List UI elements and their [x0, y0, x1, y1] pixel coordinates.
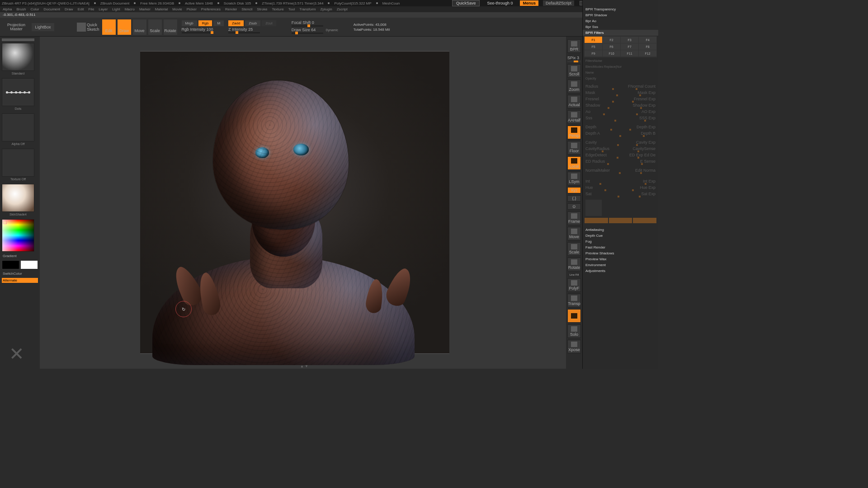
menu-stencil[interactable]: Stencil: [241, 7, 252, 11]
menu-document[interactable]: Document: [44, 7, 60, 11]
move-button[interactable]: Move: [133, 19, 146, 35]
secondary-color[interactable]: [2, 260, 19, 269]
filter-f3[interactable]: F3: [621, 37, 638, 43]
antialiasing-header[interactable]: Antialiasing: [583, 227, 658, 233]
actual-button[interactable]: Actual: [567, 95, 581, 108]
rgb-intensity-slider[interactable]: Rgb Intensity 100: [182, 27, 224, 33]
filter-slider-15[interactable]: SatSat Exp: [583, 192, 658, 196]
menu-zscript[interactable]: Zscript: [337, 7, 348, 11]
filter-f8[interactable]: F8: [639, 43, 656, 50]
frame-button[interactable]: Frame: [567, 211, 581, 225]
m-button[interactable]: M: [213, 20, 224, 26]
spix-slider[interactable]: SPix 3: [567, 56, 581, 62]
local-button[interactable]: Local: [567, 156, 581, 170]
filter-slider-2[interactable]: FresnelFresnel Exp: [583, 97, 658, 101]
floor-button[interactable]: Floor: [567, 141, 581, 155]
filter-f2[interactable]: F2: [603, 37, 620, 43]
menu-zplugin[interactable]: Zplugin: [320, 7, 332, 11]
scroll-button[interactable]: Scroll: [567, 64, 581, 78]
filter-f5[interactable]: F5: [585, 43, 602, 50]
scale-button[interactable]: Scale: [148, 19, 162, 35]
menu-tool[interactable]: Tool: [288, 7, 295, 11]
bpr-sss-header[interactable]: Bpr Sss: [583, 24, 658, 30]
transp-button[interactable]: Transp: [567, 294, 581, 307]
menu-file[interactable]: File: [88, 7, 94, 11]
filter-slider-12[interactable]: NormalMakerEdit Norma: [583, 168, 658, 173]
draw-button[interactable]: Draw: [118, 19, 131, 35]
menu-layer[interactable]: Layer: [99, 7, 108, 11]
environment-header[interactable]: Environment: [583, 262, 658, 268]
material-picker[interactable]: SkinShade4: [2, 184, 34, 212]
polyf-button[interactable]: PolyF: [567, 278, 581, 292]
menu-texture[interactable]: Texture: [272, 7, 283, 11]
draw-size-slider[interactable]: Draw Size 64 Dynamic: [292, 28, 338, 34]
menu-color[interactable]: Color: [30, 7, 39, 11]
menu-transform[interactable]: Transform: [299, 7, 316, 11]
previewwax-header[interactable]: Preview Wax: [583, 256, 658, 262]
lightbox-button[interactable]: LightBox: [32, 23, 54, 31]
filter-f4[interactable]: F4: [639, 37, 656, 43]
menu-movie[interactable]: Movie: [172, 7, 182, 11]
quicksketch-button[interactable]: QuickSketch: [76, 22, 100, 33]
edit-button[interactable]: Edit: [102, 19, 116, 35]
menu-stroke[interactable]: Stroke: [257, 7, 267, 11]
bpr-button[interactable]: BPR: [567, 39, 581, 53]
quicksave-button[interactable]: QuickSave: [452, 0, 480, 6]
filter-slider-0[interactable]: RadiusFNormal Count: [583, 84, 658, 89]
menu-light[interactable]: Light: [112, 7, 120, 11]
pointframe-button[interactable]: (.): [567, 195, 581, 202]
bpr-filters-header[interactable]: BPR Filters: [583, 30, 658, 36]
ghost-button[interactable]: [567, 309, 581, 323]
filter-slider-4[interactable]: AoAO Exp: [583, 109, 658, 114]
filter-slider-7[interactable]: Depth ADepth B: [583, 131, 658, 136]
filter-f10[interactable]: F10: [603, 50, 620, 56]
tray-handle[interactable]: [2, 38, 34, 41]
focal-shift-slider[interactable]: Focal Shift 0: [292, 20, 338, 27]
zcut-button[interactable]: Zcut: [262, 20, 276, 26]
fog-header[interactable]: Fog: [583, 239, 658, 244]
filter-f9[interactable]: F9: [585, 50, 602, 56]
menu-brush[interactable]: Brush: [16, 7, 26, 11]
filter-slider-13[interactable]: IntInt Exp: [583, 179, 658, 183]
filter-slider-6[interactable]: DepthDepth Exp: [583, 125, 658, 129]
rotate-button[interactable]: Rotate: [164, 19, 177, 35]
zoom-button[interactable]: Zoom: [567, 80, 581, 93]
seethrough[interactable]: See-through 0: [484, 1, 515, 5]
bpr-shadow-header[interactable]: BPR Shadow: [583, 12, 658, 18]
persp-button[interactable]: Persp: [567, 126, 581, 139]
rgb-button[interactable]: Rgb: [198, 20, 212, 26]
ghostframe-button[interactable]: ⊙: [567, 203, 581, 210]
color-picker[interactable]: [2, 219, 34, 252]
filter-slider-3[interactable]: ShadowShadow Exp: [583, 103, 658, 108]
brush-picker[interactable]: Standard: [2, 43, 34, 71]
filter-slider-14[interactable]: HueHue Exp: [583, 185, 658, 190]
bpr-ao-header[interactable]: Bpr Ao: [583, 18, 658, 24]
menu-draw[interactable]: Draw: [65, 7, 73, 11]
xpose-button[interactable]: Xpose: [567, 340, 581, 353]
stroke-picker[interactable]: Dots: [2, 78, 34, 106]
gradient-toggle[interactable]: Gradient: [2, 253, 38, 258]
menu-marker[interactable]: Marker: [139, 7, 151, 11]
depthcue-header[interactable]: Depth Cue: [583, 233, 658, 239]
alternate-button[interactable]: Alternate: [2, 278, 38, 283]
defaultzscript[interactable]: DefaultZScript: [543, 0, 574, 6]
menus-button[interactable]: Menus: [520, 0, 538, 6]
filter-slider-11[interactable]: ED RadiusE Sense: [583, 159, 658, 164]
menu-material[interactable]: Material: [155, 7, 168, 11]
switchcolor-button[interactable]: SwitchColor: [2, 271, 38, 276]
menu-preferences[interactable]: Preferences: [201, 7, 221, 11]
filter-f12[interactable]: F12: [639, 50, 656, 56]
filter-slider-10[interactable]: EdgeDetectED Exp Ed De: [583, 153, 658, 157]
filter-slider-5[interactable]: SssSSS Exp: [583, 116, 658, 120]
mrgb-button[interactable]: Mrgb: [182, 20, 197, 26]
menu-macro[interactable]: Macro: [125, 7, 135, 11]
lsym-button[interactable]: LSym: [567, 172, 581, 185]
filter-slider-9[interactable]: CavityRadiusCavitySense: [583, 146, 658, 151]
menu-edit[interactable]: Edit: [78, 7, 84, 11]
move-nav-button[interactable]: Move: [567, 227, 581, 240]
bpr-transparency-header[interactable]: BPR Transparency: [583, 6, 658, 12]
adjustments-header[interactable]: Adjustments: [583, 268, 658, 274]
bottom-tray-handle[interactable]: ▲▼: [300, 364, 309, 368]
menu-picker[interactable]: Picker: [187, 7, 197, 11]
fastrender-header[interactable]: Fast Render: [583, 244, 658, 250]
